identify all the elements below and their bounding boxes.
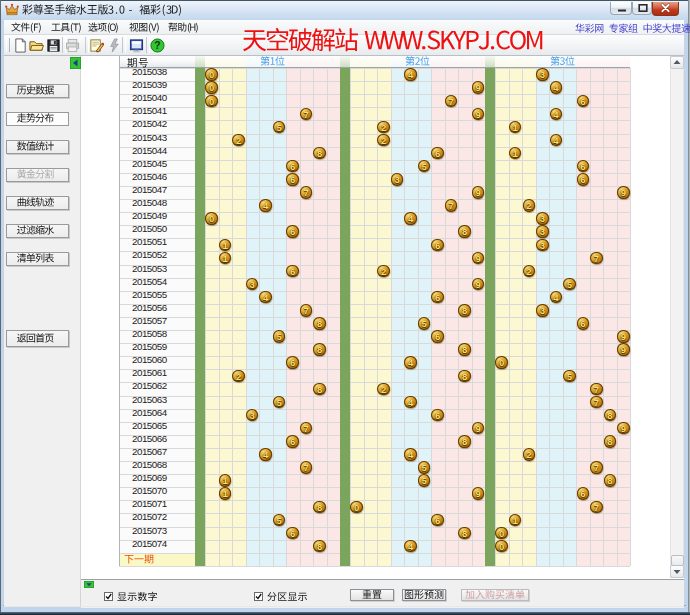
svg-text:?: ? bbox=[154, 40, 160, 51]
